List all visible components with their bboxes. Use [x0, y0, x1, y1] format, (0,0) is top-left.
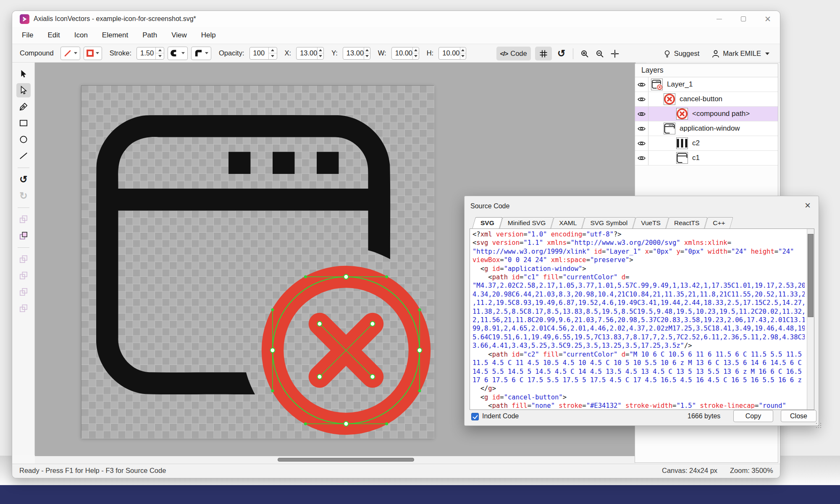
tool-shape-subtract[interactable]	[16, 268, 31, 283]
tab-minified-svg[interactable]: Minified SVG	[501, 217, 552, 228]
x-stepper[interactable]: 13.00	[296, 47, 324, 60]
tab-svg[interactable]: SVG	[474, 217, 501, 228]
zoom-out-button[interactable]	[594, 48, 605, 59]
layer-row-c2[interactable]: c2	[635, 136, 778, 151]
spin-up-icon[interactable]	[461, 49, 465, 51]
fill-color-sample-icon	[87, 50, 94, 57]
tool-direct-select[interactable]	[16, 83, 31, 97]
line-cap-dropdown[interactable]	[168, 47, 188, 60]
code-scrollbar-thumb[interactable]	[808, 234, 814, 317]
minimize-button[interactable]	[713, 13, 725, 25]
copy-button[interactable]: Copy	[733, 410, 773, 422]
spin-down-icon[interactable]	[365, 55, 369, 57]
source-code-toggle-button[interactable]: </> Code	[496, 47, 531, 60]
tab-vuets[interactable]: VueTS	[634, 217, 667, 228]
tab-xaml[interactable]: XAML	[552, 217, 583, 228]
title-bar[interactable]: Axialis IconVectors - example-icon-for-s…	[12, 11, 780, 27]
x-value[interactable]: 13.00	[297, 47, 317, 59]
tab-reactts[interactable]: ReactTS	[667, 217, 706, 228]
spin-down-icon[interactable]	[414, 55, 417, 57]
tool-shape-intersect[interactable]	[16, 285, 31, 299]
horizontal-scrollbar-thumb[interactable]	[278, 458, 414, 462]
h-stepper[interactable]: 10.00	[438, 47, 466, 60]
user-account-menu[interactable]: Mark EMILE	[707, 47, 773, 60]
menu-icon[interactable]: Icon	[74, 31, 88, 39]
layer-row-layer-1[interactable]: Layer_1	[635, 77, 778, 92]
spin-down-icon[interactable]	[461, 55, 465, 57]
layer-indent	[648, 99, 661, 100]
visibility-eye-icon[interactable]	[635, 121, 648, 136]
tool-select[interactable]	[16, 67, 31, 81]
close-dialog-button[interactable]: Close	[781, 410, 816, 422]
w-stepper[interactable]: 10.00	[391, 47, 419, 60]
code-viewer[interactable]: <?xml version="1.0" encoding="utf-8"?><s…	[470, 228, 814, 410]
tool-shape-union[interactable]	[16, 252, 31, 266]
layer-label: <compound path>	[692, 110, 750, 118]
indent-code-checkbox[interactable]	[471, 413, 479, 420]
tool-undo[interactable]: ↺	[16, 172, 31, 186]
visibility-eye-icon[interactable]	[635, 92, 648, 106]
spin-up-icon[interactable]	[158, 49, 162, 51]
layer-row-cancel-button[interactable]: cancel-button	[635, 92, 778, 107]
menu-file[interactable]: File	[22, 31, 33, 39]
spin-up-icon[interactable]	[365, 49, 369, 51]
stroke-color-dropdown[interactable]	[60, 47, 80, 60]
menu-view[interactable]: View	[171, 31, 187, 39]
stroke-color-sample-icon	[63, 49, 72, 58]
zoom-in-button[interactable]	[579, 48, 590, 59]
layer-thumbnail	[651, 79, 663, 90]
layer-row-c1[interactable]: c1	[635, 151, 778, 165]
spin-down-icon[interactable]	[271, 55, 274, 57]
y-value[interactable]: 13.00	[343, 47, 364, 59]
tool-redo[interactable]: ↻	[16, 189, 31, 203]
dialog-close-icon[interactable]: ×	[802, 200, 814, 211]
visibility-eye-icon[interactable]	[635, 107, 648, 121]
menu-edit[interactable]: Edit	[47, 31, 60, 39]
line-join-icon	[194, 49, 203, 58]
visibility-eye-icon[interactable]	[635, 136, 648, 150]
tool-pen[interactable]	[16, 100, 31, 114]
artboard[interactable]	[81, 85, 434, 438]
visibility-eye-icon[interactable]	[635, 151, 648, 165]
y-stepper[interactable]: 13.00	[343, 47, 370, 60]
maximize-button[interactable]	[737, 13, 750, 25]
stroke-width-stepper[interactable]: 1.50	[136, 47, 164, 60]
line-join-dropdown[interactable]	[191, 47, 211, 60]
menu-help[interactable]: Help	[201, 31, 216, 39]
center-view-button[interactable]	[609, 48, 620, 59]
tab-svg-symbol[interactable]: SVG Symbol	[583, 217, 634, 228]
close-button[interactable]: ✕	[761, 13, 774, 25]
tool-rectangle[interactable]	[16, 116, 31, 130]
canvas-size-info: Canvas: 24x24 px	[662, 467, 717, 475]
w-value[interactable]: 10.00	[392, 47, 412, 59]
h-value[interactable]: 10.00	[439, 47, 459, 59]
w-label: W:	[378, 49, 386, 57]
menu-element[interactable]: Element	[102, 31, 128, 39]
menu-path[interactable]: Path	[142, 31, 157, 39]
grid-toggle-button[interactable]	[535, 47, 552, 60]
stroke-width-value[interactable]: 1.50	[137, 47, 155, 59]
tool-duplicate-back[interactable]	[16, 212, 31, 226]
tab-c-[interactable]: C++	[706, 217, 732, 228]
tool-line[interactable]	[16, 149, 31, 163]
tool-separator	[18, 247, 29, 248]
spin-down-icon[interactable]	[319, 55, 322, 57]
spin-up-icon[interactable]	[271, 49, 274, 51]
code-scrollbar-track[interactable]	[807, 229, 814, 410]
visibility-eye-icon[interactable]	[635, 77, 648, 92]
code-text[interactable]: <?xml version="1.0" encoding="utf-8"?><s…	[472, 230, 805, 409]
opacity-value[interactable]: 100	[250, 47, 268, 59]
tool-shape-exclude[interactable]	[16, 301, 31, 315]
spin-up-icon[interactable]	[319, 49, 322, 51]
rotate-view-button[interactable]: ↺	[556, 48, 567, 59]
suggest-button[interactable]: Suggest	[659, 47, 704, 60]
opacity-stepper[interactable]: 100	[249, 47, 277, 60]
resize-grip[interactable]	[816, 423, 817, 424]
layer-row-application-window[interactable]: application-window	[635, 121, 778, 136]
tool-duplicate-front[interactable]	[16, 228, 31, 243]
fill-color-dropdown[interactable]	[84, 47, 102, 60]
spin-down-icon[interactable]	[158, 55, 162, 57]
spin-up-icon[interactable]	[414, 49, 417, 51]
layer-row-compound-path[interactable]: <compound path>	[635, 107, 778, 121]
tool-ellipse[interactable]	[16, 132, 31, 147]
